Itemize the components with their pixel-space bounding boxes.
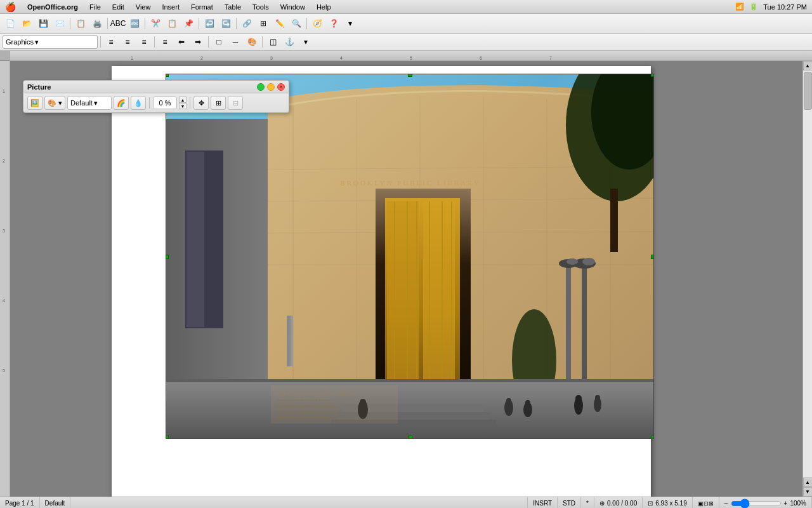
view-full-btn[interactable]: ⊠	[709, 500, 714, 507]
table-button[interactable]: ⊞	[256, 17, 271, 30]
handle-top-left[interactable]	[166, 74, 169, 77]
menubar-file[interactable]: File	[84, 3, 106, 11]
picture-toolbar-title: Picture	[27, 83, 51, 91]
pt-sep1	[149, 97, 150, 109]
crop-btn[interactable]: ⊞	[211, 96, 226, 110]
menubar-table[interactable]: Table	[219, 3, 246, 11]
menubar-tools[interactable]: Tools	[247, 3, 274, 11]
anchor-button[interactable]: ⚓	[282, 35, 297, 49]
print-button[interactable]: 🖨️	[89, 17, 105, 30]
scroll-down-btn1[interactable]: ▲	[803, 478, 813, 487]
maximize-btn[interactable]	[257, 83, 265, 91]
image-container[interactable]: BROOKLYN PUBLIC LIBRARY	[166, 74, 654, 439]
cut-button[interactable]: ✂️	[148, 17, 163, 30]
picture-toolbar-titlebar[interactable]: Picture ×	[23, 81, 289, 93]
menubar: 🍎 OpenOffice.org File Edit View Insert F…	[0, 0, 812, 14]
hyperlink-button[interactable]: 🔗	[239, 17, 254, 30]
paste-button[interactable]: 📌	[181, 17, 196, 30]
view-normal-btn[interactable]: ▣	[698, 500, 704, 507]
align-center-button[interactable]: ≡	[120, 35, 135, 49]
zoom-section: − + 100%	[719, 497, 812, 508]
email-button[interactable]: ✉️	[52, 17, 67, 30]
save-button[interactable]: 💾	[36, 17, 51, 30]
spellcheck-button[interactable]: ABC	[110, 17, 126, 30]
scroll-track[interactable]	[803, 70, 812, 478]
zoom-in-btn[interactable]: +	[784, 500, 788, 507]
handle-bot-left[interactable]	[166, 436, 169, 439]
col-left-button[interactable]: ⬅	[174, 35, 189, 49]
open-button[interactable]: 📂	[19, 17, 34, 30]
zoom-up[interactable]: ▲	[179, 97, 187, 103]
menubar-format[interactable]: Format	[186, 3, 218, 11]
new-button[interactable]: 📄	[3, 17, 18, 30]
zoom-slider[interactable]	[731, 498, 782, 509]
handle-bot-right[interactable]	[651, 436, 654, 439]
pdf-button[interactable]: 📋	[73, 17, 88, 30]
picture-toolbar: Picture × 🖼️ 🎨 ▾	[23, 80, 289, 113]
menubar-view[interactable]: View	[131, 3, 156, 11]
autocorrect-button[interactable]: 🔤	[127, 17, 142, 30]
image-mode-btn[interactable]: 🖼️	[27, 96, 43, 110]
zoom-out-btn[interactable]: −	[724, 500, 728, 507]
handle-mid-left[interactable]	[166, 255, 169, 259]
svg-text:ENTERPRISE AND PRIVATE GENEROS: ENTERPRISE AND PRIVATE GENEROSI...	[277, 404, 336, 408]
close-btn[interactable]: ×	[277, 83, 285, 91]
star-section: *	[581, 497, 594, 508]
navigator-button[interactable]: 🧭	[310, 17, 325, 30]
fill-button[interactable]: 🎨	[244, 35, 259, 49]
svg-point-45	[506, 398, 511, 403]
filter-btn[interactable]: 🎨 ▾	[44, 96, 65, 110]
find-button[interactable]: 🔍	[289, 17, 304, 30]
sep2	[107, 18, 108, 29]
svg-text:BROOKLYN PUBLIC LIBRARY: BROOKLYN PUBLIC LIBRARY	[340, 179, 480, 187]
svg-rect-38	[166, 379, 654, 382]
zoom-input[interactable]	[153, 97, 177, 109]
more-button[interactable]: ▾	[343, 17, 358, 30]
undo-button[interactable]: ↩️	[202, 17, 217, 30]
redo-button[interactable]: ↪️	[218, 17, 233, 30]
battery-icon: 🔋	[749, 3, 758, 11]
shadow-button[interactable]: ◫	[265, 35, 280, 49]
show-draw-button[interactable]: ✏️	[272, 17, 287, 30]
picture-toolbar-controls: 🖼️ 🎨 ▾ Default ▾ 🌈 💧	[23, 93, 289, 112]
handle-mid-right[interactable]	[651, 255, 654, 259]
border-button[interactable]: □	[211, 35, 226, 49]
align-right-button[interactable]: ≡	[136, 35, 152, 49]
zoom-down[interactable]: ▼	[179, 103, 187, 109]
move-btn[interactable]: ✥	[193, 96, 209, 110]
handle-top-right[interactable]	[651, 74, 654, 77]
scroll-thumb[interactable]	[804, 72, 812, 110]
view-web-btn[interactable]: ⊡	[704, 500, 709, 507]
view-buttons: ▣ ⊡ ⊠	[693, 497, 719, 508]
mode-arrow: ▾	[94, 99, 98, 107]
help-button[interactable]: ❓	[326, 17, 341, 30]
menubar-edit[interactable]: Edit	[107, 3, 129, 11]
page-info: Page 1 / 1	[5, 500, 34, 507]
scroll-up-btn[interactable]: ▲	[803, 61, 813, 70]
svg-point-49	[575, 395, 582, 401]
mode-dropdown[interactable]: Default ▾	[67, 96, 112, 110]
svg-point-47	[525, 400, 530, 405]
col-right-button[interactable]: ➡	[190, 35, 206, 49]
handle-bot-center[interactable]	[408, 436, 412, 439]
eyedropper-btn[interactable]: 💧	[131, 96, 146, 110]
apple-menu-icon[interactable]: 🍎	[5, 2, 16, 12]
scroll-down-btn2[interactable]: ▼	[803, 487, 813, 497]
scrollbar-right[interactable]: ▲ ▲ ▼	[802, 61, 812, 497]
sep6	[306, 18, 307, 29]
menubar-insert[interactable]: Insert	[157, 3, 185, 11]
minimize-btn[interactable]	[267, 83, 275, 91]
copy-button[interactable]: 📋	[164, 17, 180, 30]
menubar-window[interactable]: Window	[275, 3, 310, 11]
justify-button[interactable]: ≡	[157, 35, 173, 49]
align-left-button[interactable]: ≡	[103, 35, 119, 49]
line-button[interactable]: ─	[228, 35, 243, 49]
style-dropdown[interactable]: Graphics ▾	[3, 35, 98, 49]
handle-top-center[interactable]	[408, 74, 412, 77]
more2-button[interactable]: ▾	[298, 35, 313, 49]
menubar-app[interactable]: OpenOffice.org	[22, 3, 83, 11]
color-btn[interactable]: 🌈	[114, 96, 129, 110]
menubar-help[interactable]: Help	[311, 3, 336, 11]
position-section: ⊕ 0.00 / 0.00	[594, 497, 643, 508]
flip-btn[interactable]: ⊟	[228, 96, 243, 110]
